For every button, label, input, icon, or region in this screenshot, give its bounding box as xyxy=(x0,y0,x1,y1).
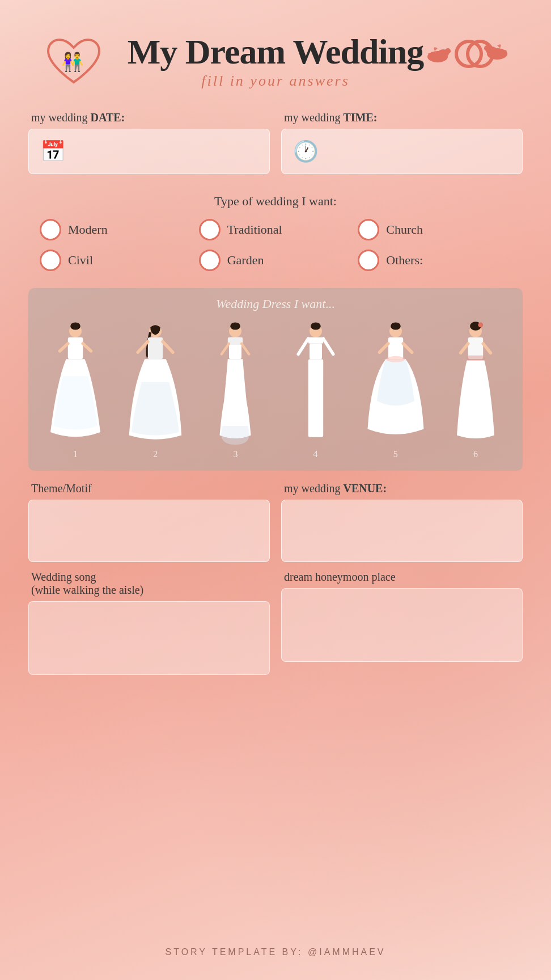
page-subtitle: fill in your answers xyxy=(201,73,350,90)
dress-number-6: 6 xyxy=(473,449,478,459)
clock-icon: 🕐 xyxy=(293,140,319,163)
svg-line-34 xyxy=(379,344,388,352)
dress-figure-5 xyxy=(357,320,434,445)
svg-line-17 xyxy=(163,342,173,353)
svg-point-19 xyxy=(231,322,241,330)
theme-block: Theme/Motif xyxy=(28,482,270,562)
option-church[interactable]: Church xyxy=(358,219,511,240)
dress-grid: 1 2 xyxy=(37,320,514,459)
dress-number-5: 5 xyxy=(393,449,398,459)
dress-figure-2 xyxy=(117,320,194,445)
venue-input[interactable] xyxy=(281,500,523,562)
dress-number-1: 1 xyxy=(73,449,78,459)
footer: STORY TEMPLATE BY: @IAMMHAEV xyxy=(165,936,385,957)
dress-figure-6 xyxy=(437,320,514,445)
svg-point-32 xyxy=(391,322,401,330)
time-block: my wedding TIME: 🕐 xyxy=(281,111,523,174)
heart-couple-icon: 👫 xyxy=(40,34,108,93)
option-traditional[interactable]: Traditional xyxy=(199,219,353,240)
svg-line-43 xyxy=(483,344,490,353)
honeymoon-input[interactable] xyxy=(281,588,523,662)
dove-rings-icon xyxy=(421,26,511,90)
dress-figure-1 xyxy=(37,320,114,445)
date-block: my wedding DATE: 📅 xyxy=(28,111,270,174)
svg-line-42 xyxy=(461,344,468,353)
honeymoon-block: dream honeymoon place xyxy=(281,571,523,675)
svg-point-36 xyxy=(386,356,405,362)
dress-item-1[interactable]: 1 xyxy=(37,320,114,459)
svg-line-35 xyxy=(403,344,412,352)
honeymoon-label: dream honeymoon place xyxy=(281,571,523,584)
dress-item-5[interactable]: 5 xyxy=(357,320,434,459)
option-civil[interactable]: Civil xyxy=(40,250,193,271)
footer-text: STORY TEMPLATE BY: @IAMMHAEV xyxy=(165,947,385,957)
radio-civil[interactable] xyxy=(40,250,61,271)
svg-rect-15 xyxy=(148,337,163,360)
dress-item-6[interactable]: 6 xyxy=(437,320,514,459)
radio-modern[interactable] xyxy=(40,219,61,240)
calendar-icon: 📅 xyxy=(40,140,66,163)
date-time-row: my wedding DATE: 📅 my wedding TIME: 🕐 xyxy=(28,111,523,174)
svg-rect-27 xyxy=(310,344,322,360)
svg-line-12 xyxy=(60,344,68,351)
wedding-type-options: Modern Traditional Church Civil Garden xyxy=(28,219,523,271)
dress-number-3: 3 xyxy=(233,449,238,459)
venue-label: my wedding VENUE: xyxy=(281,482,523,495)
theme-label: Theme/Motif xyxy=(28,482,270,495)
svg-point-10 xyxy=(70,322,80,330)
dress-number-4: 4 xyxy=(313,449,318,459)
theme-venue-row: Theme/Motif my wedding VENUE: xyxy=(28,482,523,562)
dress-item-2[interactable]: 2 xyxy=(117,320,194,459)
venue-block: my wedding VENUE: xyxy=(281,482,523,562)
wedding-type-section: Type of wedding I want: Modern Tradition… xyxy=(28,194,523,271)
option-modern-label: Modern xyxy=(68,222,108,237)
dress-item-4[interactable]: 4 xyxy=(277,320,354,459)
song-honey-row: Wedding song (while walking the aisle) d… xyxy=(28,571,523,675)
svg-point-25 xyxy=(311,322,321,330)
option-others[interactable]: Others: xyxy=(358,250,511,271)
svg-line-22 xyxy=(222,344,229,354)
svg-point-8 xyxy=(484,45,490,51)
radio-others[interactable] xyxy=(358,250,379,271)
song-block: Wedding song (while walking the aisle) xyxy=(28,571,270,675)
svg-rect-26 xyxy=(308,337,323,344)
option-modern[interactable]: Modern xyxy=(40,219,193,240)
svg-text:👫: 👫 xyxy=(61,51,84,73)
wedding-type-title: Type of wedding I want: xyxy=(28,194,523,209)
radio-garden[interactable] xyxy=(199,250,221,271)
svg-line-23 xyxy=(241,344,249,354)
option-garden-label: Garden xyxy=(227,253,264,268)
time-label: my wedding TIME: xyxy=(281,111,523,124)
song-input[interactable] xyxy=(28,601,270,675)
dress-item-3[interactable]: 3 xyxy=(197,320,274,459)
svg-point-39 xyxy=(478,322,483,327)
svg-line-28 xyxy=(298,339,308,354)
option-others-label: Others: xyxy=(386,253,423,268)
option-traditional-label: Traditional xyxy=(227,222,282,237)
dress-figure-3 xyxy=(197,320,274,445)
svg-rect-30 xyxy=(308,359,323,437)
time-input[interactable]: 🕐 xyxy=(281,129,523,174)
dress-number-2: 2 xyxy=(153,449,158,459)
svg-rect-33 xyxy=(388,337,403,360)
svg-rect-11 xyxy=(68,337,83,360)
theme-input[interactable] xyxy=(28,500,270,562)
radio-traditional[interactable] xyxy=(199,219,221,240)
radio-church[interactable] xyxy=(358,219,379,240)
date-input[interactable]: 📅 xyxy=(28,129,270,174)
dress-section: Wedding Dress I want... xyxy=(28,288,523,471)
date-label: my wedding DATE: xyxy=(28,111,270,124)
song-label: Wedding song (while walking the aisle) xyxy=(28,571,270,597)
svg-point-5 xyxy=(445,48,451,54)
dress-title: Wedding Dress I want... xyxy=(37,297,514,311)
svg-line-13 xyxy=(83,344,91,351)
page-title: My Dream Wedding xyxy=(128,34,424,69)
svg-line-29 xyxy=(323,339,333,354)
dress-figure-4 xyxy=(277,320,354,445)
option-church-label: Church xyxy=(386,222,423,237)
option-garden[interactable]: Garden xyxy=(199,250,353,271)
option-civil-label: Civil xyxy=(68,253,93,268)
svg-rect-41 xyxy=(467,356,485,361)
